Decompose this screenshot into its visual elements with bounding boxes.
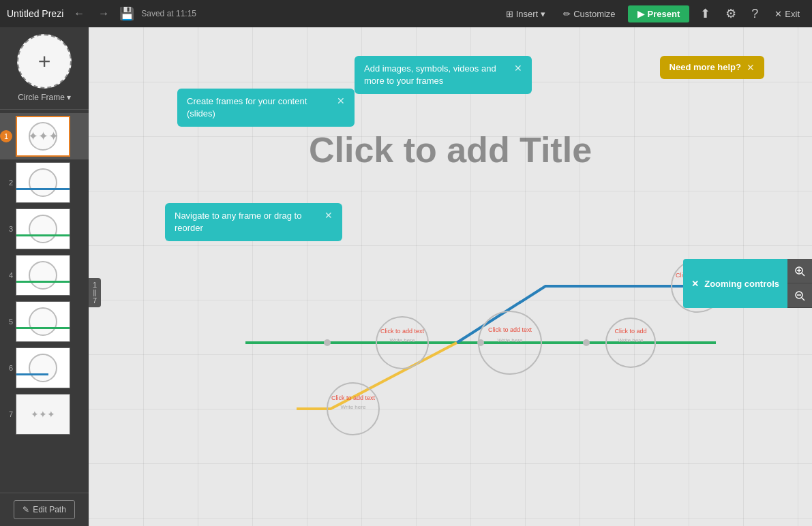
insert-button[interactable]: ⊞ Insert ▾ xyxy=(500,6,552,22)
svg-text:Click to add text: Click to add text xyxy=(380,328,425,335)
slides-list: 1 ✦✦✦ 2 3 xyxy=(0,110,89,493)
exit-button[interactable]: ✕ Exit xyxy=(769,6,805,22)
frame-label[interactable]: Circle Frame ▾ xyxy=(18,93,71,102)
close-insert-tooltip[interactable]: ✕ xyxy=(514,63,522,74)
settings-button[interactable]: ⚙ xyxy=(721,3,740,24)
tooltip-navigate: Navigate to any frame or drag to reorder… xyxy=(165,203,342,241)
plus-icon: + xyxy=(38,49,51,74)
svg-text:Click to add text: Click to add text xyxy=(331,394,376,401)
close-frames-tooltip[interactable]: ✕ xyxy=(337,95,345,107)
svg-point-1 xyxy=(376,317,428,369)
topbar: Untitled Prezi ← → 💾 Saved at 11:15 ⊞ In… xyxy=(0,0,812,27)
edit-path-section: ✎ Edit Path xyxy=(0,493,89,526)
edit-path-button[interactable]: ✎ Edit Path xyxy=(14,500,75,519)
insert-icon: ⊞ xyxy=(506,9,513,19)
main-layout: + Circle Frame ▾ 1 ✦✦✦ 2 xyxy=(0,27,812,526)
svg-point-17 xyxy=(477,339,484,346)
zoom-in-button[interactable] xyxy=(787,259,812,283)
slide-thumbnail-5 xyxy=(16,301,70,342)
zoom-controls-panel: ✕ Zooming controls xyxy=(683,259,812,308)
add-frame-button[interactable]: + xyxy=(17,34,72,89)
close-help-tooltip[interactable]: ✕ xyxy=(747,62,755,74)
zoom-label: ✕ Zooming controls xyxy=(683,259,787,308)
svg-line-24 xyxy=(802,298,805,300)
slide-thumbnail-2 xyxy=(16,162,70,203)
zoom-out-button[interactable] xyxy=(787,283,812,308)
svg-text:Click to add: Click to add xyxy=(614,328,646,335)
slide-thumbnail-7: ✦✦✦ xyxy=(16,394,70,435)
present-button[interactable]: ▶ Present xyxy=(628,5,690,22)
undo-button[interactable]: ← xyxy=(70,6,88,21)
zoom-out-icon xyxy=(794,290,805,301)
path-indicator[interactable]: 1 || 7 xyxy=(89,278,101,307)
slide-thumbnail-1: ✦✦✦ xyxy=(16,116,70,157)
tooltip-frames: Create frames for your content (slides) … xyxy=(177,89,355,127)
slide-item-2[interactable]: 2 xyxy=(0,159,89,206)
share-button[interactable]: ⬆ xyxy=(696,3,715,24)
active-badge: 1 xyxy=(0,130,12,142)
slide-item-3[interactable]: 3 xyxy=(0,206,89,252)
svg-point-7 xyxy=(606,318,655,367)
slide-thumbnail-3 xyxy=(16,208,70,249)
svg-text:Write here: Write here xyxy=(618,337,644,343)
app-title: Untitled Prezi xyxy=(7,8,63,19)
path-total: 7 xyxy=(93,296,97,305)
help-button[interactable]: ? xyxy=(747,4,762,24)
sidebar: + Circle Frame ▾ 1 ✦✦✦ 2 xyxy=(0,27,89,526)
svg-point-13 xyxy=(327,383,379,435)
slide-item-6[interactable]: 6 xyxy=(0,345,89,391)
svg-text:Write here: Write here xyxy=(341,404,366,410)
path-handle-icon: || xyxy=(93,289,96,296)
slide-item-7[interactable]: 7 ✦✦✦ xyxy=(0,391,89,437)
saved-text: Saved at 11:15 xyxy=(141,9,196,18)
tooltip-help: Need more help? ✕ xyxy=(660,56,764,79)
slide-item-1[interactable]: 1 ✦✦✦ xyxy=(0,113,89,159)
redo-button[interactable]: → xyxy=(95,6,112,21)
svg-line-20 xyxy=(802,273,805,276)
close-navigate-tooltip[interactable]: ✕ xyxy=(325,210,333,221)
canvas-area[interactable]: Click to add Title Click to add text Wri… xyxy=(89,27,812,526)
canvas-title[interactable]: Click to add Title xyxy=(89,129,812,170)
close-icon: ✕ xyxy=(775,9,782,19)
play-icon: ▶ xyxy=(637,9,644,19)
chevron-down-icon: ▾ xyxy=(67,93,71,102)
pencil-icon: ✏ xyxy=(563,9,571,19)
slide-thumbnail-6 xyxy=(16,347,70,388)
path-icon: ✎ xyxy=(22,505,29,514)
customize-button[interactable]: ✏ Customize xyxy=(558,6,620,22)
chevron-down-icon: ▾ xyxy=(541,9,545,19)
slide-item-5[interactable]: 5 xyxy=(0,298,89,345)
zoom-buttons xyxy=(787,259,812,308)
svg-point-16 xyxy=(324,339,331,346)
svg-text:Click to add text: Click to add text xyxy=(488,326,532,333)
slide-item-4[interactable]: 4 xyxy=(0,252,89,298)
zoom-in-icon xyxy=(794,266,805,277)
frame-tool: + Circle Frame ▾ xyxy=(0,27,89,110)
path-number: 1 xyxy=(93,281,97,289)
svg-point-4 xyxy=(479,311,541,374)
save-icon: 💾 xyxy=(119,6,134,21)
svg-point-18 xyxy=(583,339,590,346)
svg-text:Write here: Write here xyxy=(498,337,523,343)
svg-text:Write here: Write here xyxy=(390,337,415,343)
tooltip-insert: Add images, symbols, videos and more to … xyxy=(355,56,532,94)
slide-thumbnail-4 xyxy=(16,255,70,296)
close-zoom-tooltip[interactable]: ✕ xyxy=(691,279,699,289)
